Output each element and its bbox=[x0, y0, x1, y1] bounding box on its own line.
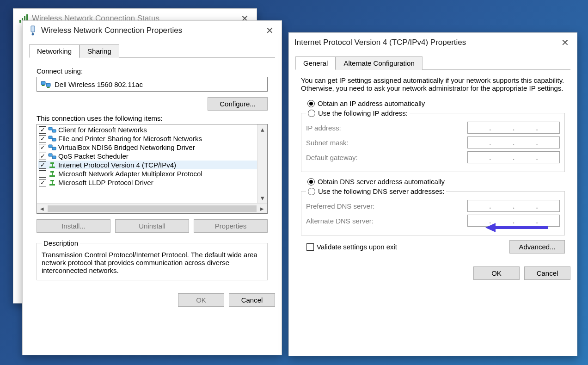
adapter-icon bbox=[41, 80, 51, 88]
dialog-title: Wireless Network Connection Properties bbox=[41, 26, 182, 35]
preferred-dns-label: Preferred DNS server: bbox=[306, 202, 458, 210]
obtain-dns-auto-radio[interactable]: Obtain DNS server address automatically bbox=[307, 177, 567, 186]
description-legend: Description bbox=[42, 239, 80, 247]
list-item[interactable]: Microsoft LLDP Protocol Driver bbox=[38, 178, 257, 187]
horizontal-scrollbar[interactable]: ◂ ▸ bbox=[37, 203, 267, 213]
uninstall-button[interactable]: Uninstall bbox=[115, 219, 189, 233]
ip-address-input: ... bbox=[467, 122, 560, 134]
svg-rect-18 bbox=[52, 156, 56, 159]
radio-icon bbox=[307, 178, 315, 186]
checkbox-icon[interactable] bbox=[39, 170, 46, 178]
tabstrip: Networking Sharing bbox=[29, 44, 275, 58]
tabstrip: General Alternate Configuration bbox=[295, 56, 570, 70]
use-following-ip-radio[interactable]: Use the following IP address: bbox=[308, 108, 408, 118]
description-text: Transmission Control Protocol/Internet P… bbox=[42, 251, 263, 274]
checkbox-icon bbox=[306, 243, 314, 251]
svg-rect-17 bbox=[49, 154, 52, 156]
configure-button[interactable]: Configure... bbox=[208, 97, 268, 111]
titlebar: Wireless Network Connection Properties ✕ bbox=[23, 21, 282, 40]
list-item-label: File and Printer Sharing for Microsoft N… bbox=[58, 135, 202, 142]
intro-text: You can get IP settings assigned automat… bbox=[299, 76, 567, 99]
properties-button[interactable]: Properties bbox=[194, 219, 268, 233]
svg-rect-21 bbox=[50, 162, 54, 164]
list-item[interactable]: Client for Microsoft Networks bbox=[38, 125, 257, 134]
tab-networking[interactable]: Networking bbox=[29, 44, 80, 58]
items-label: This connection uses the following items… bbox=[31, 111, 273, 122]
ipv4-properties-dialog: Internet Protocol Version 4 (TCP/IPv4) P… bbox=[288, 32, 577, 356]
connection-items-listbox[interactable]: Client for Microsoft NetworksFile and Pr… bbox=[37, 124, 268, 214]
obtain-ip-auto-radio[interactable]: Obtain an IP address automatically bbox=[307, 99, 567, 108]
alternate-dns-label: Alternate DNS server: bbox=[306, 217, 458, 225]
svg-rect-7 bbox=[41, 81, 45, 85]
checkbox-icon[interactable] bbox=[39, 153, 46, 160]
checkbox-icon[interactable] bbox=[39, 179, 46, 186]
connect-using-label: Connect using: bbox=[31, 63, 273, 77]
svg-rect-14 bbox=[52, 138, 56, 141]
cancel-button[interactable]: Cancel bbox=[229, 293, 275, 307]
titlebar: Internet Protocol Version 4 (TCP/IPv4) P… bbox=[289, 33, 577, 52]
vertical-scrollbar[interactable]: ▴ ▾ bbox=[257, 124, 267, 203]
close-button[interactable]: ✕ bbox=[260, 23, 279, 38]
net-service-icon bbox=[48, 153, 56, 160]
svg-rect-4 bbox=[31, 26, 35, 32]
tab-alternate-configuration[interactable]: Alternate Configuration bbox=[336, 56, 422, 70]
scroll-down-icon[interactable]: ▾ bbox=[257, 193, 267, 203]
close-button[interactable]: ✕ bbox=[556, 35, 574, 50]
radio-icon bbox=[307, 100, 315, 107]
alternate-dns-input: ... bbox=[467, 215, 560, 227]
svg-rect-22 bbox=[49, 175, 55, 177]
connection-properties-dialog: Wireless Network Connection Properties ✕… bbox=[22, 20, 282, 355]
validate-settings-checkbox[interactable]: Validate settings upon exit bbox=[306, 242, 397, 252]
svg-rect-25 bbox=[49, 184, 55, 186]
default-gateway-input: ... bbox=[467, 151, 560, 163]
checkbox-icon[interactable] bbox=[39, 126, 46, 134]
list-item-label: QoS Packet Scheduler bbox=[58, 152, 129, 160]
subnet-mask-label: Subnet mask: bbox=[306, 139, 458, 147]
svg-rect-9 bbox=[42, 85, 45, 86]
dialog-title: Internet Protocol Version 4 (TCP/IPv4) P… bbox=[294, 38, 466, 47]
list-item-label: Microsoft Network Adapter Multiplexor Pr… bbox=[58, 170, 202, 178]
net-proto-icon bbox=[48, 179, 56, 186]
scroll-right-icon[interactable]: ▸ bbox=[257, 204, 267, 213]
radio-label: Obtain DNS server address automatically bbox=[318, 178, 445, 186]
radio-label: Obtain an IP address automatically bbox=[318, 99, 425, 107]
tab-sharing[interactable]: Sharing bbox=[80, 44, 119, 58]
advanced-button[interactable]: Advanced... bbox=[509, 240, 565, 254]
scroll-left-icon[interactable]: ◂ bbox=[37, 204, 47, 213]
checkbox-icon[interactable] bbox=[39, 144, 46, 151]
svg-rect-24 bbox=[50, 171, 54, 173]
checkbox-icon[interactable] bbox=[39, 161, 46, 169]
cancel-button[interactable]: Cancel bbox=[524, 266, 570, 280]
preferred-dns-input: ... bbox=[467, 200, 560, 212]
svg-rect-11 bbox=[49, 127, 52, 130]
install-button[interactable]: Install... bbox=[37, 219, 110, 233]
list-item-label: Internet Protocol Version 4 (TCP/IPv4) bbox=[58, 161, 176, 169]
default-gateway-label: Default gateway: bbox=[306, 154, 458, 161]
ip-address-label: IP address: bbox=[306, 124, 458, 132]
list-item[interactable]: QoS Packet Scheduler bbox=[38, 152, 257, 161]
net-proto-icon bbox=[48, 170, 56, 178]
use-following-dns-radio[interactable]: Use the following DNS server addresses: bbox=[308, 186, 444, 196]
checkbox-label: Validate settings upon exit bbox=[317, 243, 397, 251]
list-item[interactable]: Internet Protocol Version 4 (TCP/IPv4) bbox=[38, 161, 257, 169]
scroll-up-icon[interactable]: ▴ bbox=[257, 124, 267, 135]
svg-rect-27 bbox=[50, 180, 54, 181]
list-item[interactable]: Microsoft Network Adapter Multiplexor Pr… bbox=[38, 169, 257, 178]
scroll-thumb[interactable] bbox=[48, 205, 257, 212]
svg-point-5 bbox=[32, 33, 34, 36]
tab-general[interactable]: General bbox=[295, 56, 336, 70]
list-item[interactable]: VirtualBox NDIS6 Bridged Networking Driv… bbox=[38, 143, 257, 152]
checkbox-icon[interactable] bbox=[39, 135, 46, 142]
network-icon bbox=[28, 25, 37, 36]
svg-rect-0 bbox=[19, 20, 21, 23]
radio-label: Use the following DNS server addresses: bbox=[318, 187, 444, 195]
list-item[interactable]: File and Printer Sharing for Microsoft N… bbox=[38, 134, 257, 143]
svg-rect-19 bbox=[49, 167, 55, 168]
ok-button[interactable]: OK bbox=[473, 266, 520, 280]
ok-button[interactable]: OK bbox=[178, 293, 224, 307]
svg-rect-8 bbox=[46, 83, 50, 87]
svg-rect-15 bbox=[49, 145, 52, 148]
svg-rect-16 bbox=[52, 147, 56, 150]
dns-manual-group: Use the following DNS server addresses: … bbox=[301, 186, 565, 235]
svg-rect-12 bbox=[52, 130, 56, 132]
